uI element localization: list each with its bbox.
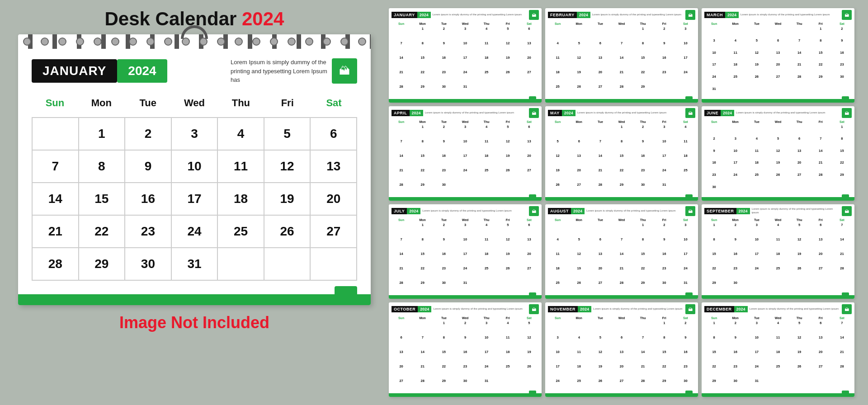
cal-cell: 25 (218, 216, 264, 248)
mini-cal-cell: 9 (703, 148, 725, 160)
mini-year-label: 2024 (736, 208, 750, 214)
mini-cal-cell: 13 (810, 236, 831, 251)
mini-image-icon: 🏔 (685, 304, 695, 314)
mini-cal-cell: 26 (568, 280, 590, 294)
mini-cal-cell: 12 (789, 334, 810, 349)
mini-cal-cell: 24 (675, 69, 696, 84)
mini-cal-cell: 10 (547, 349, 568, 363)
mini-cal-cell: 31 (454, 280, 476, 294)
mini-cal-cell: 11 (547, 55, 568, 69)
mini-day-header: Mon (725, 22, 746, 26)
mini-year-label: 2024 (562, 110, 576, 116)
mini-cal-cell: 6 (611, 334, 632, 349)
mini-day-header: Thu (632, 22, 654, 26)
mini-cal-cell: 2 (454, 320, 476, 334)
cal-cell: 11 (218, 151, 264, 183)
mini-cal-cell: 16 (433, 153, 454, 167)
mini-bottom-strip (545, 197, 698, 201)
mini-cal-cell (611, 26, 632, 40)
mini-cal-cell: 31 (746, 378, 767, 392)
spiral-hole (235, 38, 243, 46)
mini-cal-cell: 16 (725, 349, 746, 363)
mini-cal-cell: 18 (767, 251, 788, 265)
mini-cal-july: JULY 2024 Lorem ipsum is simply dummy of… (389, 204, 542, 299)
mini-cal-cell: 1 (412, 124, 433, 138)
cal-cell (218, 248, 264, 281)
mini-cal-cell: 24 (654, 167, 675, 182)
mini-cal-cell: 5 (497, 124, 519, 138)
mini-cal-cell: 26 (497, 265, 519, 280)
mini-cal-april: APRIL 2024 Lorem ipsum is simply dummy o… (389, 106, 542, 201)
mini-cal-cell: 15 (412, 251, 433, 265)
mini-cal-cell: 7 (611, 236, 632, 251)
mini-cal-cell: 26 (547, 182, 568, 196)
mini-cal-cell: 23 (654, 69, 675, 84)
mini-cal-cell: 28 (632, 378, 654, 392)
mini-cal-cell: 18 (476, 55, 497, 69)
mini-cal-cell: 20 (810, 251, 831, 265)
mini-cal-cell: 11 (725, 50, 746, 62)
mini-cal-cell: 19 (767, 160, 788, 172)
mini-image-icon: 🏔 (685, 206, 695, 216)
cal-cell: 26 (264, 216, 311, 248)
mini-cal-cell: 10 (454, 138, 476, 153)
mini-day-header: Thu (476, 316, 497, 320)
mini-cal-cell: 27 (789, 172, 810, 184)
mini-cal-cell: 1 (412, 26, 433, 40)
mini-day-header: Sun (391, 22, 412, 26)
mini-cal-cell: 3 (725, 136, 746, 148)
mini-bottom-strip (702, 197, 854, 201)
mini-cal-cell: 22 (632, 265, 654, 280)
mini-cal-cell: 19 (789, 251, 810, 265)
mini-cal-cell (547, 222, 568, 236)
mini-days-header: SunMonTueWedThuFriSat (389, 22, 542, 26)
mini-cal-cell: 7 (831, 222, 853, 236)
mini-cal-cell: 22 (412, 167, 433, 182)
mini-cal-cell: 25 (497, 363, 519, 378)
mini-month-label: MAY (548, 110, 562, 116)
mini-cal-grid: 1234567891011121314151617181920212223242… (702, 222, 854, 294)
calendar-body: JANUARY 2024 Lorem Ipsum is simply dummy… (18, 49, 371, 294)
mini-cal-cell: 5 (568, 236, 590, 251)
mini-cal-cell (476, 280, 497, 294)
mini-image-icon: 🏔 (685, 10, 695, 20)
mini-cal-cell: 6 (767, 38, 788, 50)
mini-cal-may: MAY 2024 Lorem ipsum is simply dummy of … (545, 106, 698, 201)
mini-cal-cell: 30 (831, 74, 853, 86)
mini-cal-cell: 11 (497, 334, 519, 349)
mini-cal-cell: 28 (391, 280, 412, 294)
mini-cal-cell: 23 (725, 265, 746, 280)
mini-cal-cell: 22 (611, 167, 632, 182)
mini-day-header: Sun (703, 120, 725, 124)
mini-cal-cell: 15 (632, 251, 654, 265)
mini-cal-cell: 19 (746, 62, 767, 74)
mini-cal-october: OCTOBER 2024 Lorem ipsum is simply dummy… (389, 302, 542, 397)
mini-cal-cell: 8 (654, 334, 675, 349)
mini-cal-cell: 29 (632, 84, 654, 98)
mini-cal-cell: 14 (412, 349, 433, 363)
mini-cal-cell: 21 (611, 69, 632, 84)
mini-day-header: Fri (497, 120, 519, 124)
mini-cal-cell (611, 320, 632, 334)
mini-cal-cell: 5 (519, 320, 540, 334)
mini-cal-november: NOVEMBER 2024 Lorem ipsum is simply dumm… (545, 302, 698, 397)
mini-cal-cell: 29 (831, 172, 853, 184)
mini-lorem-text: Lorem ipsum is simply dummy of the print… (585, 208, 685, 214)
day-sat: Sat (311, 94, 357, 113)
mini-cal-cell: 26 (767, 172, 788, 184)
mini-day-header: Mon (725, 120, 746, 124)
mini-cal-cell: 4 (767, 222, 788, 236)
cal-cell (33, 118, 79, 151)
mini-cal-cell: 10 (675, 236, 696, 251)
mini-cal-cell: 20 (568, 167, 590, 182)
mini-cal-cell: 4 (476, 26, 497, 40)
mini-image-icon: 🏔 (529, 206, 539, 216)
mini-day-header: Wed (454, 120, 476, 124)
mini-day-header: Wed (454, 218, 476, 222)
mini-cal-cell (725, 124, 746, 136)
mini-cal-cell (568, 222, 590, 236)
mini-cal-cell: 7 (632, 334, 654, 349)
mini-day-header: Thu (476, 22, 497, 26)
mini-cal-cell (810, 124, 831, 136)
mini-cal-cell (568, 26, 590, 40)
